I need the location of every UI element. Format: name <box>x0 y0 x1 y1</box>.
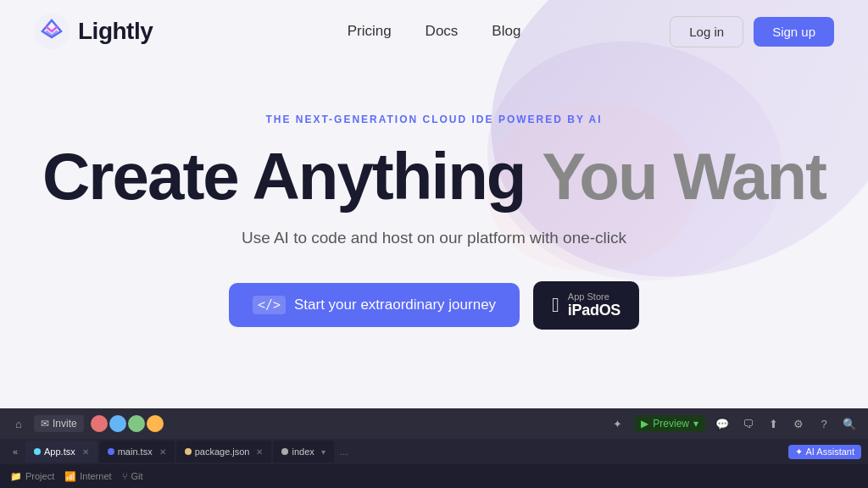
logo-link[interactable]: Lightly <box>34 14 153 49</box>
status-project: 📁 Project <box>10 471 54 482</box>
appstore-small-label: App Store <box>568 291 620 302</box>
avatar-2 <box>109 415 126 432</box>
bottom-bar: ⌂ ✉ Invite ✦ ▶ Preview ▾ 💬 🗨 ⬆ ⚙ ? 🔍 <box>0 408 868 488</box>
nav-actions: Log in Sign up <box>670 16 834 47</box>
tab-close-main[interactable]: ✕ <box>159 447 166 457</box>
hero-buttons: </> Start your extraordinary journey  A… <box>229 281 639 330</box>
help-icon[interactable]: ? <box>815 415 832 432</box>
tab-close-pkg[interactable]: ✕ <box>256 447 263 457</box>
cta-code-tag: </> <box>253 296 286 314</box>
folder-icon: 📁 <box>10 471 22 482</box>
home-icon[interactable]: ⌂ <box>10 415 27 432</box>
settings-icon[interactable]: ⚙ <box>790 415 807 432</box>
tab-label-index: index <box>292 446 314 457</box>
avatar-1 <box>91 415 108 432</box>
appstore-button[interactable]:  App Store iPadOS <box>533 281 639 330</box>
preview-dropdown-icon: ▾ <box>693 418 698 430</box>
avatar-4 <box>147 415 164 432</box>
logo-text: Lightly <box>78 18 153 45</box>
login-button[interactable]: Log in <box>670 16 743 47</box>
nav-links: Pricing Docs Blog <box>348 23 521 40</box>
git-icon: ⑂ <box>122 471 128 481</box>
nav-docs[interactable]: Docs <box>426 23 459 40</box>
ide-toolbar: ⌂ ✉ Invite ✦ ▶ Preview ▾ 💬 🗨 ⬆ ⚙ ? 🔍 <box>0 408 868 439</box>
avatar-3 <box>128 415 145 432</box>
invite-label: Invite <box>53 418 77 430</box>
appstore-large-label: iPadOS <box>568 302 620 319</box>
wifi-icon: 📶 <box>64 471 76 482</box>
nav-blog[interactable]: Blog <box>492 23 520 40</box>
status-git-label: Git <box>131 471 143 481</box>
tab-label-main: main.tsx <box>118 446 153 457</box>
hero-title: Create Anything You Want <box>42 142 826 212</box>
ai-assistant-label: AI Assistant <box>806 446 854 457</box>
preview-button[interactable]: ▶ Preview ▾ <box>634 415 705 432</box>
cta-button[interactable]: </> Start your extraordinary journey <box>229 283 520 327</box>
play-icon: ▶ <box>641 418 648 430</box>
ai-assistant-icon: ✦ <box>795 446 803 458</box>
cta-button-label: Start your extraordinary journey <box>294 297 496 313</box>
tab-dot-main <box>108 448 114 455</box>
preview-label: Preview <box>653 418 689 430</box>
appstore-text: App Store iPadOS <box>568 291 620 319</box>
more-tabs-icon[interactable]: … <box>336 446 353 457</box>
ai-icon[interactable]: ✦ <box>609 415 626 432</box>
file-expand-icon[interactable]: « <box>7 443 24 460</box>
tab-app-tsx[interactable]: App.tsx ✕ <box>25 441 97 463</box>
tab-dot-pkg <box>185 448 192 455</box>
toolbar-right: ✦ ▶ Preview ▾ 💬 🗨 ⬆ ⚙ ? 🔍 <box>609 415 858 432</box>
status-bar: 📁 Project 📶 Internet ⑂ Git <box>0 464 868 488</box>
status-internet: 📶 Internet <box>64 471 111 482</box>
comment-icon[interactable]: 🗨 <box>739 415 756 432</box>
tab-index[interactable]: index ▾ <box>273 441 333 463</box>
hero-title-part1: Create Anything <box>42 139 542 214</box>
hero-section: THE NEXT-GENERATION CLOUD IDE POWERED BY… <box>0 63 868 330</box>
tab-label-pkg: package.json <box>195 446 250 457</box>
share-icon[interactable]: ⬆ <box>765 415 782 432</box>
status-project-label: Project <box>25 471 54 481</box>
ai-assistant-badge[interactable]: ✦ AI Assistant <box>788 445 861 459</box>
tab-package-json[interactable]: package.json ✕ <box>176 441 272 463</box>
tab-close-app[interactable]: ✕ <box>82 447 89 457</box>
invite-button[interactable]: ✉ Invite <box>34 415 84 432</box>
tab-dot-app <box>34 448 41 455</box>
hero-title-part2: You Want <box>542 139 826 214</box>
logo-icon <box>34 14 70 49</box>
tab-bar: « App.tsx ✕ main.tsx ✕ package.json ✕ in… <box>0 439 868 464</box>
navbar: Lightly Pricing Docs Blog Log in Sign up <box>0 0 868 63</box>
hero-subtitle: Use AI to code and host on our platform … <box>242 229 626 247</box>
tab-main-tsx[interactable]: main.tsx ✕ <box>99 441 175 463</box>
chat-icon[interactable]: 💬 <box>714 415 731 432</box>
signup-button[interactable]: Sign up <box>754 17 834 47</box>
status-git: ⑂ Git <box>122 471 143 481</box>
apple-icon:  <box>552 293 559 317</box>
tab-dot-index <box>281 448 288 455</box>
status-internet-label: Internet <box>80 471 111 481</box>
search-icon[interactable]: 🔍 <box>841 415 858 432</box>
avatars-group <box>91 415 164 432</box>
tab-expand-index[interactable]: ▾ <box>321 447 326 457</box>
nav-pricing[interactable]: Pricing <box>348 23 392 40</box>
hero-badge: THE NEXT-GENERATION CLOUD IDE POWERED BY… <box>265 114 602 125</box>
tab-label-app: App.tsx <box>44 446 75 457</box>
invite-icon: ✉ <box>41 418 49 430</box>
